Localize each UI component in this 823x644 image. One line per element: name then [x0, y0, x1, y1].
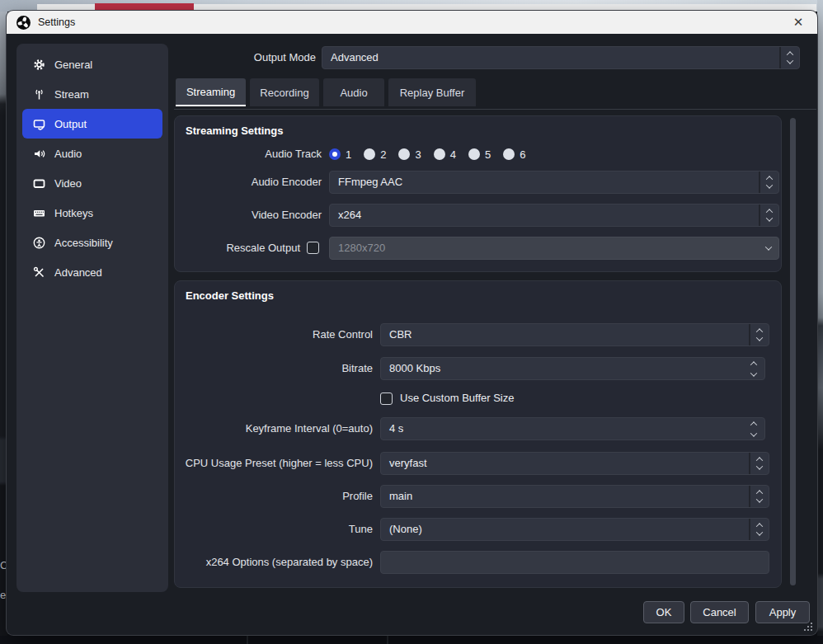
radio-icon[interactable] — [503, 148, 515, 160]
radio-icon[interactable] — [434, 148, 445, 160]
screen: Ca er Settings ✕ — [0, 0, 823, 644]
chevron-updown-icon[interactable] — [749, 519, 769, 540]
sidebar-item-audio[interactable]: Audio — [22, 139, 162, 168]
tab-recording[interactable]: Recording — [250, 78, 319, 106]
tab-replay-buffer[interactable]: Replay Buffer — [388, 78, 476, 106]
x264-options-input[interactable] — [380, 551, 769, 574]
apply-button[interactable]: Apply — [755, 601, 810, 623]
cpu-preset-value: veryfast — [381, 453, 749, 474]
screen-output-icon — [33, 118, 45, 130]
spinner-arrows-icon[interactable] — [743, 358, 764, 379]
radio-label: 1 — [346, 148, 351, 161]
audio-track-label: Audio Track — [175, 143, 322, 166]
rate-control-label: Rate Control — [175, 323, 373, 346]
profile-value: main — [381, 486, 749, 507]
close-icon[interactable]: ✕ — [786, 11, 811, 34]
audio-track-3[interactable]: 3 — [398, 148, 421, 161]
obs-logo-icon — [16, 16, 31, 30]
rescale-resolution-value: 1280x720 — [330, 237, 759, 259]
sidebar-item-accessibility[interactable]: Accessibility — [22, 228, 162, 257]
sidebar-item-general[interactable]: General — [22, 49, 162, 79]
sidebar-item-label: Accessibility — [54, 237, 113, 249]
cancel-button[interactable]: Cancel — [690, 601, 749, 623]
audio-track-5[interactable]: 5 — [468, 148, 491, 161]
audio-track-radio-group: 1 2 3 4 5 6 — [329, 143, 525, 166]
cpu-preset-label: CPU Usage Preset (higher = less CPU) — [175, 452, 373, 475]
sidebar-item-label: Audio — [54, 148, 82, 160]
tune-select[interactable]: (None) — [380, 518, 769, 541]
scrollbar-thumb[interactable] — [790, 118, 796, 585]
custom-buffer-checkbox[interactable] — [380, 393, 393, 405]
rescale-output-checkbox[interactable] — [307, 242, 319, 254]
settings-dialog: Settings ✕ General Stream — [7, 11, 817, 635]
background-divider — [247, 636, 248, 644]
sidebar-item-stream[interactable]: Stream — [22, 79, 162, 109]
antenna-icon — [33, 88, 45, 101]
background-bottom-strip — [0, 636, 823, 644]
sidebar-item-label: Stream — [54, 88, 89, 101]
radio-icon[interactable] — [364, 148, 375, 160]
scrollbar[interactable] — [789, 118, 797, 588]
output-mode-select[interactable]: Advanced — [322, 46, 800, 69]
chevron-updown-icon[interactable] — [749, 486, 769, 507]
radio-label: 3 — [415, 148, 421, 161]
settings-sidebar: General Stream Output — [16, 44, 168, 592]
rate-control-select[interactable]: CBR — [380, 323, 769, 346]
spinner-arrows-icon[interactable] — [743, 418, 764, 440]
bitrate-value: 8000 Kbps — [381, 358, 743, 379]
encoder-settings-group: Encoder Settings Rate Control CBR Bitrat… — [174, 280, 782, 588]
sidebar-item-label: Hotkeys — [54, 207, 93, 219]
rescale-resolution-select: 1280x720 — [329, 237, 779, 260]
rate-control-value: CBR — [381, 324, 749, 346]
radio-label: 5 — [485, 148, 491, 161]
video-encoder-label: Video Encoder — [175, 204, 322, 227]
tab-audio[interactable]: Audio — [323, 78, 384, 106]
profile-select[interactable]: main — [380, 485, 769, 508]
keyframe-interval-label: Keyframe Interval (0=auto) — [175, 417, 373, 440]
tune-label: Tune — [175, 518, 373, 541]
keyframe-interval-spinbox[interactable]: 4 s — [380, 417, 765, 440]
chevron-updown-icon[interactable] — [749, 453, 769, 474]
sidebar-item-advanced[interactable]: Advanced — [22, 257, 162, 287]
audio-track-1[interactable]: 1 — [329, 148, 351, 161]
streaming-settings-group: Streaming Settings Audio Track 1 2 3 4 5… — [174, 115, 782, 272]
chevron-updown-icon[interactable] — [759, 204, 778, 226]
bitrate-spinbox[interactable]: 8000 Kbps — [380, 357, 765, 380]
audio-encoder-select[interactable]: FFmpeg AAC — [329, 171, 779, 194]
audio-track-4[interactable]: 4 — [434, 148, 456, 161]
chevron-updown-icon[interactable] — [749, 324, 769, 346]
radio-label: 6 — [520, 148, 525, 161]
keyboard-icon — [33, 207, 45, 219]
radio-checked-icon[interactable] — [329, 148, 341, 160]
person-circle-icon — [33, 237, 45, 249]
radio-icon[interactable] — [398, 148, 410, 160]
audio-track-2[interactable]: 2 — [364, 148, 386, 161]
ok-button[interactable]: OK — [643, 601, 684, 623]
audio-encoder-label: Audio Encoder — [175, 171, 322, 194]
sidebar-item-video[interactable]: Video — [22, 168, 162, 198]
output-mode-label: Output Mode — [151, 46, 316, 69]
sidebar-item-output[interactable]: Output — [22, 109, 162, 139]
tabs-divider — [174, 109, 816, 110]
radio-icon[interactable] — [468, 148, 480, 160]
cpu-preset-select[interactable]: veryfast — [380, 452, 769, 475]
bitrate-label: Bitrate — [175, 357, 373, 380]
background-divider — [387, 636, 388, 644]
sidebar-item-label: Video — [54, 177, 82, 190]
radio-label: 4 — [450, 148, 456, 161]
video-encoder-select[interactable]: x264 — [329, 204, 779, 227]
chevron-updown-icon[interactable] — [759, 172, 778, 193]
sidebar-item-label: General — [54, 59, 92, 71]
sidebar-item-label: Output — [54, 118, 87, 130]
video-encoder-value: x264 — [330, 204, 759, 226]
resize-grip[interactable] — [811, 629, 812, 631]
rescale-output-label: Rescale Output — [175, 237, 300, 260]
background-right-strip — [817, 0, 823, 644]
titlebar[interactable]: Settings ✕ — [7, 11, 817, 34]
profile-label: Profile — [175, 485, 373, 508]
chevron-down-icon — [759, 237, 778, 259]
audio-track-6[interactable]: 6 — [503, 148, 525, 161]
sidebar-item-hotkeys[interactable]: Hotkeys — [22, 198, 162, 228]
tab-streaming[interactable]: Streaming — [176, 78, 246, 106]
chevron-updown-icon[interactable] — [779, 47, 799, 68]
